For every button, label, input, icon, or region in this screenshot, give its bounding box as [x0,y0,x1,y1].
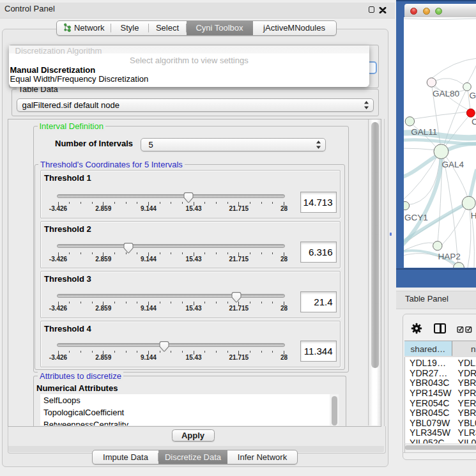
svg-text:H: H [471,211,476,220]
svg-text:GAL11: GAL11 [411,127,437,137]
svg-text:GAL4: GAL4 [442,160,464,169]
svg-text:HAP2: HAP2 [438,252,460,261]
svg-text:G.: G. [470,91,476,100]
svg-text:GCY1: GCY1 [404,213,428,222]
svg-text:C.: C. [472,117,476,127]
svg-text:GAL80: GAL80 [433,89,459,98]
